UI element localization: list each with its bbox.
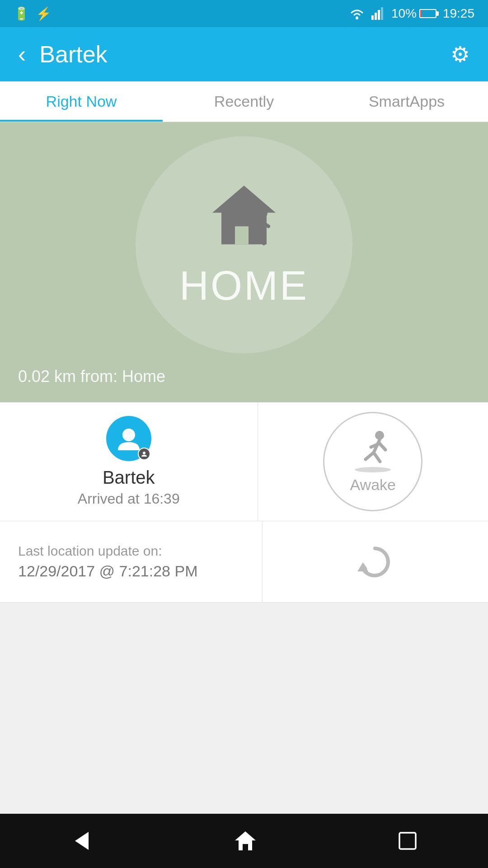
update-row: Last location update on: 12/29/2017 @ 7:… (0, 521, 488, 603)
clock: 19:25 (443, 6, 474, 21)
avatar-badge (138, 448, 150, 460)
svg-line-18 (374, 453, 380, 462)
user-arrived: Arrived at 16:39 (78, 491, 180, 507)
status-left-icons: 🔋 ⚡ (14, 6, 52, 21)
svg-point-14 (143, 452, 145, 454)
tab-smartapps[interactable]: SmartApps (325, 81, 488, 122)
user-info-left: Bartek Arrived at 16:39 (0, 402, 258, 521)
svg-line-17 (366, 453, 374, 459)
battery-percent: 10% (391, 6, 417, 21)
update-value: 12/29/2017 @ 7:21:28 PM (18, 562, 197, 580)
home-person-svg (203, 181, 285, 253)
nav-back-button[interactable] (70, 830, 93, 852)
status-right-icons: 10% 19:25 (349, 6, 474, 21)
app-title: Bartek (39, 41, 450, 68)
nav-bar (0, 814, 488, 868)
nav-recent-button[interactable] (398, 831, 418, 851)
tab-bar: Right Now Recently SmartApps (0, 81, 488, 122)
activity-circle: Awake (323, 412, 422, 511)
svg-rect-26 (399, 833, 416, 849)
wifi-icon (349, 7, 365, 20)
tab-right-now[interactable]: Right Now (0, 81, 163, 122)
notification-icon: 🔋 (14, 6, 29, 21)
svg-marker-23 (75, 832, 89, 850)
svg-rect-6 (235, 226, 249, 244)
signal-icon (371, 7, 385, 20)
svg-rect-3 (378, 10, 380, 20)
update-info-left: Last location update on: 12/29/2017 @ 7:… (0, 521, 263, 602)
location-distance: 0.02 km from: Home (18, 367, 165, 386)
back-button[interactable]: ‹ (18, 41, 26, 68)
location-card: HOME 0.02 km from: Home (0, 122, 488, 402)
settings-button[interactable]: ⚙ (450, 42, 470, 67)
activity-info-right: Awake (258, 402, 488, 521)
svg-point-7 (255, 206, 267, 219)
svg-rect-1 (371, 15, 374, 20)
nav-home-button[interactable] (234, 830, 257, 852)
home-with-person-icon (203, 181, 285, 253)
location-circle: HOME (136, 137, 352, 354)
bolt-icon: ⚡ (36, 6, 52, 21)
user-name: Bartek (103, 467, 155, 488)
svg-point-13 (122, 429, 135, 441)
svg-rect-4 (381, 7, 383, 20)
svg-rect-25 (243, 844, 248, 850)
info-row: Bartek Arrived at 16:39 Awake (0, 402, 488, 521)
tab-recently[interactable]: Recently (163, 81, 325, 122)
status-bar: 🔋 ⚡ 10% 19:25 (0, 0, 488, 27)
content-spacer (0, 603, 488, 814)
update-label: Last location update on: (18, 543, 162, 559)
avatar-person-icon (115, 425, 142, 452)
location-name: HOME (179, 262, 309, 309)
refresh-button-area[interactable] (263, 521, 488, 602)
svg-rect-2 (375, 13, 377, 20)
avatar (106, 416, 151, 461)
app-bar: ‹ Bartek ⚙ (0, 27, 488, 81)
battery-indicator: 10% (391, 6, 436, 21)
svg-point-0 (356, 17, 358, 19)
activity-shadow (355, 467, 391, 472)
svg-line-20 (380, 443, 385, 450)
refresh-icon[interactable] (355, 542, 395, 582)
running-icon (355, 430, 391, 471)
activity-label: Awake (350, 476, 396, 494)
